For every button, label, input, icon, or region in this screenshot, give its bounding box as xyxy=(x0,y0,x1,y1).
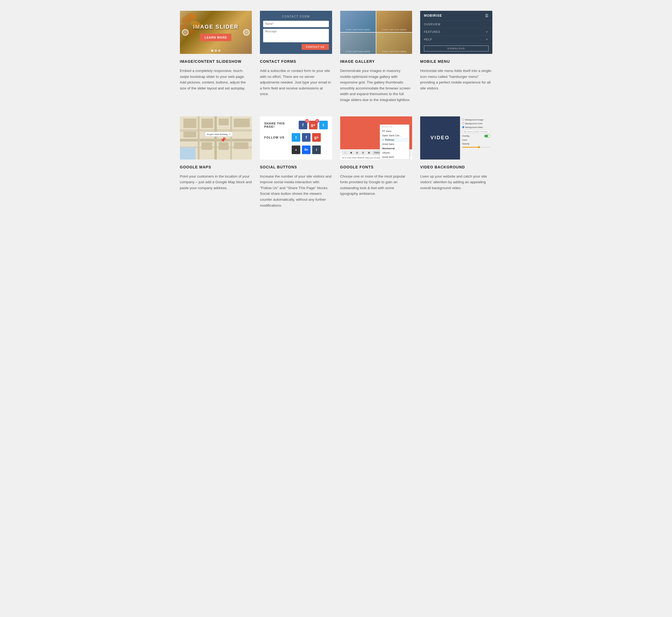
features-row-1: IMAGE SLIDER LEARN MORE ‹ › IMAGE/CONTEN… xyxy=(180,11,492,103)
font-item-droid-serif[interactable]: Droid Serif xyxy=(380,155,409,159)
follow-label: FOLLOW US xyxy=(264,136,288,139)
card-title-mobile-menu: MOBILE MENU xyxy=(420,59,492,63)
card-title-google-maps: GOOGLE MAPS xyxy=(180,165,252,169)
mm-brand-label: MOBIRISE xyxy=(424,14,442,17)
vr-url-input[interactable]: http://www.youtube.com/watc... xyxy=(462,130,490,133)
slider-dot-2[interactable] xyxy=(215,49,217,52)
card-google-fonts: ⬜ ▣ ▤ ▥ ▦ Raleway 17 ite in a few clicks… xyxy=(340,117,412,209)
font-tool-4[interactable]: ▥ xyxy=(361,151,366,155)
gallery-cell-1[interactable]: Type caption here xyxy=(340,11,376,32)
vr-radio-bg-color[interactable] xyxy=(462,122,464,125)
card-image-slider: IMAGE SLIDER LEARN MORE ‹ › IMAGE/CONTEN… xyxy=(180,11,252,103)
follow-googleplus-button[interactable]: g+ xyxy=(312,133,321,142)
card-title-social-buttons: SOCIAL BUTTONS xyxy=(260,165,332,169)
slider-learn-more-button[interactable]: LEARN MORE xyxy=(200,34,231,41)
map-label-box: Empire State Building ✕ xyxy=(205,132,233,137)
card-desc-video-background: Liven up your website and catch your sit… xyxy=(420,174,492,191)
gallery-caption-3: Type caption here xyxy=(346,50,370,53)
fonts-dropdown-header: Source Se... xyxy=(380,125,409,129)
slider-preview: IMAGE SLIDER LEARN MORE ‹ › xyxy=(180,11,252,54)
card-video-background: VIDEO Background Image Background Color … xyxy=(420,117,492,209)
slider-dot-3[interactable] xyxy=(218,49,220,52)
mm-item-features[interactable]: FEATURES ▼ xyxy=(420,28,492,36)
main-container: IMAGE SLIDER LEARN MORE ‹ › IMAGE/CONTEN… xyxy=(175,0,498,232)
share-facebook-button[interactable]: f 192 xyxy=(299,121,307,129)
follow-tumblr-button[interactable]: t xyxy=(312,146,321,154)
follow-facebook-button[interactable]: f xyxy=(302,133,310,142)
mm-arrow-help: ▼ xyxy=(486,38,489,41)
map-label-close[interactable]: ✕ xyxy=(229,133,231,136)
follow-behance-button[interactable]: Be xyxy=(302,146,310,154)
vr-opacity-row: Opacity xyxy=(462,143,490,145)
contact-name-input[interactable] xyxy=(263,21,329,27)
follow-icons-group: t f g+ xyxy=(292,133,321,142)
card-title-video-background: VIDEO BACKGROUND xyxy=(420,165,492,169)
vr-color-row: Color xyxy=(462,139,490,141)
vr-label-bg-video: Background Video xyxy=(465,126,483,129)
hamburger-icon[interactable]: ☰ xyxy=(485,13,489,18)
follow-github-button[interactable]: ♦ xyxy=(292,146,300,154)
vr-slider-thumb[interactable] xyxy=(478,146,480,148)
vr-overlay-label: Overlay xyxy=(462,135,470,137)
card-desc-image-gallery: Demonstrate your images in masonry mobil… xyxy=(340,68,412,103)
vr-radio-bg-image[interactable] xyxy=(462,119,464,121)
vr-radio-bg-video[interactable] xyxy=(462,126,464,128)
card-desc-social-buttons: Increase the number of your site visitor… xyxy=(260,174,332,209)
share-googleplus-button[interactable]: g+ 47 xyxy=(309,121,317,129)
mm-item-overview[interactable]: OVERVIEW xyxy=(420,21,492,28)
gallery-caption-2: Type caption here xyxy=(382,29,407,31)
card-image-gallery: Type caption here Type caption here Type… xyxy=(340,11,412,103)
gallery-preview: Type caption here Type caption here Type… xyxy=(340,11,412,54)
video-label: VIDEO xyxy=(430,135,450,141)
gallery-caption-4: Type caption here xyxy=(382,50,407,53)
card-mobile-menu: MOBIRISE ☰ OVERVIEW FEATURES ▼ HELP ▼ DO… xyxy=(420,11,492,103)
vr-option-bg-video[interactable]: Background Video xyxy=(462,126,490,129)
font-tool-5[interactable]: ▦ xyxy=(367,151,372,155)
font-tool-2[interactable]: ▣ xyxy=(349,151,354,155)
mobile-menu-preview: MOBIRISE ☰ OVERVIEW FEATURES ▼ HELP ▼ DO… xyxy=(420,11,492,54)
vr-slider-fill xyxy=(462,147,479,148)
gp-badge: 47 xyxy=(315,119,319,123)
gallery-cell-4[interactable]: Type caption here xyxy=(376,33,412,54)
contact-message-input[interactable] xyxy=(263,29,329,42)
follow-twitter-button[interactable]: t xyxy=(292,133,300,142)
share-twitter-button[interactable]: t xyxy=(319,121,328,129)
mm-item-help[interactable]: HELP ▼ xyxy=(420,36,492,43)
card-google-maps: 📌 Empire State Building ✕ GOOGLE MAPS Po… xyxy=(180,117,252,209)
font-item-raleway[interactable]: ✓ Raleway xyxy=(380,138,409,142)
share-row: SHARE THIS PAGE! f 192 g+ 47 t xyxy=(264,121,328,129)
vr-label-bg-image: Background Image xyxy=(465,119,483,121)
share-label: SHARE THIS PAGE! xyxy=(264,122,295,128)
card-desc-contact-forms: Add a subscribe or contact form to your … xyxy=(260,68,332,97)
slider-dot-1[interactable] xyxy=(211,49,213,52)
vr-option-bg-image[interactable]: Background Image xyxy=(462,119,490,121)
gallery-cell-3[interactable]: Type caption here xyxy=(340,33,376,54)
contact-submit-button[interactable]: CONTACT US xyxy=(302,44,328,50)
font-item-droid-sans[interactable]: Droid Sans xyxy=(380,142,409,146)
card-contact-forms: CONTACT FORM CONTACT US CONTACT FORMS Ad… xyxy=(260,11,332,103)
slider-title: IMAGE SLIDER xyxy=(193,24,238,30)
font-tool-3[interactable]: ▤ xyxy=(355,151,360,155)
mm-download-button[interactable]: DOWNLOAD xyxy=(424,45,489,51)
card-desc-mobile-menu: Horizontal site menu folds itself into a… xyxy=(420,68,492,91)
fonts-preview: ⬜ ▣ ▤ ▥ ▦ Raleway 17 ite in a few clicks… xyxy=(340,117,412,160)
font-item-ubuntu[interactable]: Ubuntu xyxy=(380,151,409,155)
slider-next-button[interactable]: › xyxy=(243,29,250,36)
contact-preview: CONTACT FORM CONTACT US xyxy=(260,11,332,54)
font-item-opensans[interactable]: Open Sans Con... xyxy=(380,133,409,138)
card-desc-image-slider: Embed a completely responsive, touch-swi… xyxy=(180,68,252,91)
gallery-cell-2[interactable]: Type caption here xyxy=(376,11,412,32)
extra-follow-row: ♦ Be t xyxy=(264,146,328,154)
vr-opacity-label: Opacity xyxy=(462,143,469,145)
vr-overlay-toggle[interactable] xyxy=(484,135,490,138)
font-tool-1[interactable]: ⬜ xyxy=(342,151,348,155)
mm-header: MOBIRISE ☰ xyxy=(420,11,492,21)
font-item-montserrat[interactable]: Montserrat xyxy=(380,146,409,151)
font-item-pt-sans[interactable]: PT Sans xyxy=(380,129,409,133)
slider-prev-button[interactable]: ‹ xyxy=(182,29,189,36)
video-left-area: VIDEO xyxy=(420,117,460,160)
vr-option-bg-color[interactable]: Background Color xyxy=(462,122,490,125)
social-preview: SHARE THIS PAGE! f 192 g+ 47 t xyxy=(260,117,332,160)
vr-opacity-slider[interactable] xyxy=(462,147,490,148)
map-pin: 📌 xyxy=(220,137,226,143)
